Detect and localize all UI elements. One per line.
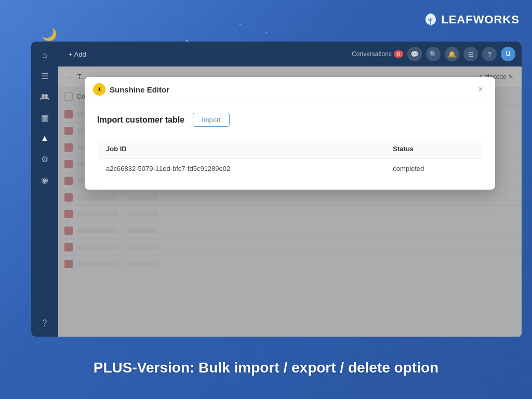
status-cell: completed [384, 158, 482, 179]
svg-point-4 [45, 94, 48, 97]
conversations-label: Conversations 8 [352, 50, 403, 58]
modal-header: ☀ Sunshine Editor × [85, 77, 495, 102]
bottom-caption: PLUS-Version: Bulk import / export / del… [0, 337, 532, 399]
import-section: Import customer table Import [97, 113, 483, 127]
users-icon [40, 93, 49, 100]
sidebar-item-contacts[interactable]: ☰ [35, 66, 54, 85]
sidebar: ⌂ ☰ ▦ ▲ ⚙ ◉ ? [31, 42, 58, 337]
topbar: + Add Conversations 8 💬 🔍 🔔 ⊞ ? U [58, 42, 522, 66]
conversations-badge: 8 [394, 50, 403, 58]
question-button[interactable]: ? [482, 47, 497, 61]
sidebar-item-globe[interactable]: ◉ [35, 170, 54, 189]
user-avatar[interactable]: U [501, 47, 515, 61]
sidebar-item-settings[interactable]: ⚙ [35, 150, 54, 168]
sidebar-item-analytics[interactable]: ▲ [35, 129, 54, 148]
moon-icon: 🌙 [42, 27, 57, 42]
sidebar-item-users[interactable] [35, 87, 54, 106]
leafworks-logo: LEAFWORKS [423, 12, 520, 27]
modal-overlay: ☀ Sunshine Editor × Import customer tabl… [58, 66, 522, 337]
sidebar-item-help[interactable]: ? [35, 314, 54, 332]
import-modal: ☀ Sunshine Editor × Import customer tabl… [85, 77, 495, 190]
caption-text: PLUS-Version: Bulk import / export / del… [94, 360, 438, 376]
topbar-right: Conversations 8 💬 🔍 🔔 ⊞ ? U [352, 47, 515, 61]
logo-text: LEAFWORKS [441, 13, 520, 26]
import-button[interactable]: Import [193, 113, 230, 127]
modal-body: Import customer table Import Job ID Stat… [85, 102, 495, 190]
sidebar-item-dashboard[interactable]: ⌂ [35, 46, 54, 64]
col-job-id: Job ID [98, 140, 385, 158]
modal-title: Sunshine Editor [110, 85, 470, 94]
content-area: ← T... r_zipcode ✎ Col 1 Col 2 [58, 66, 522, 337]
jobs-table: Job ID Status a2c66832-5079-11ed-bfc7-fd… [97, 139, 483, 179]
grid-button[interactable]: ⊞ [463, 47, 478, 61]
import-section-title: Import customer table [97, 115, 184, 125]
table-header-row: Job ID Status [98, 140, 483, 158]
chat-button[interactable]: 💬 [407, 47, 422, 61]
bell-button[interactable]: 🔔 [445, 47, 459, 61]
table-row: a2c66832-5079-11ed-bfc7-fd5c91289e02comp… [98, 158, 483, 179]
main-content: + Add Conversations 8 💬 🔍 🔔 ⊞ ? U ← T... [58, 42, 522, 337]
modal-close-button[interactable]: × [474, 83, 487, 96]
jobs-table-body: a2c66832-5079-11ed-bfc7-fd5c91289e02comp… [98, 158, 483, 179]
job-id-cell: a2c66832-5079-11ed-bfc7-fd5c91289e02 [98, 158, 385, 179]
svg-point-3 [42, 94, 45, 97]
leaf-icon [423, 12, 438, 27]
search-button[interactable]: 🔍 [426, 47, 441, 61]
modal-icon: ☀ [93, 83, 105, 96]
add-button[interactable]: + Add [64, 48, 90, 60]
col-status: Status [384, 140, 482, 158]
sidebar-item-reports[interactable]: ▦ [35, 108, 54, 127]
app-container: ⌂ ☰ ▦ ▲ ⚙ ◉ ? + Add Conversations 8 [31, 42, 522, 337]
